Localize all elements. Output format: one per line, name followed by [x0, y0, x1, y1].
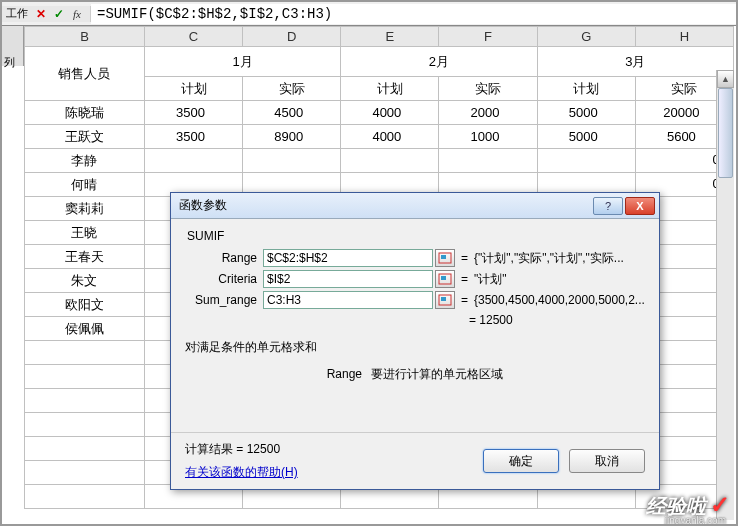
dialog-title: 函数参数 [179, 197, 227, 214]
month-cell[interactable]: 3月 [537, 47, 733, 77]
table-row: 王跃文 3500 8900 4000 1000 5000 5600 [25, 125, 734, 149]
dialog-close-button[interactable]: X [625, 197, 655, 215]
name-cell[interactable]: 窦莉莉 [25, 197, 145, 221]
param-row-criteria: Criteria = "计划" [185, 270, 645, 288]
scroll-up-icon[interactable]: ▲ [717, 70, 734, 88]
col-header[interactable]: F [439, 27, 537, 47]
param-preview: "计划" [474, 271, 645, 288]
col-header[interactable]: C [144, 27, 242, 47]
equals-sign: = [461, 251, 468, 265]
param-label: Sum_range [185, 293, 263, 307]
data-cell[interactable]: 2000 [439, 101, 537, 125]
data-cell[interactable]: 8900 [243, 125, 341, 149]
label-left: 工作 [6, 6, 28, 21]
col-header[interactable]: D [243, 27, 341, 47]
name-cell[interactable]: 侯佩佩 [25, 317, 145, 341]
fx-icon[interactable]: fx [69, 6, 85, 22]
dialog-body: SUMIF Range = {"计划","实际","计划","实际... Cri… [171, 219, 659, 391]
column-header-row: B C D E F G H [25, 27, 734, 47]
col-header[interactable]: E [341, 27, 439, 47]
name-cell[interactable]: 王春天 [25, 245, 145, 269]
param-preview: {"计划","实际","计划","实际... [474, 250, 645, 267]
function-arguments-dialog: 函数参数 ? X SUMIF Range = {"计划","实际","计划","… [170, 192, 660, 490]
dialog-title-buttons: ? X [593, 197, 655, 215]
plan-cell[interactable]: 计划 [341, 77, 439, 101]
range-input[interactable] [263, 249, 433, 267]
name-cell[interactable]: 王晓 [25, 221, 145, 245]
inline-result: = 12500 [469, 313, 645, 327]
param-description: Range 要进行计算的单元格区域 [185, 366, 645, 383]
name-cell[interactable]: 欧阳文 [25, 293, 145, 317]
range-selector-icon[interactable] [435, 270, 455, 288]
data-cell[interactable]: 3500 [144, 125, 242, 149]
function-description: 对满足条件的单元格求和 [185, 339, 645, 356]
function-name-label: SUMIF [187, 229, 645, 243]
month-cell[interactable]: 2月 [341, 47, 537, 77]
data-cell[interactable]: 4500 [243, 101, 341, 125]
col-header[interactable]: G [537, 27, 635, 47]
actual-cell[interactable]: 实际 [243, 77, 341, 101]
sumrange-input[interactable] [263, 291, 433, 309]
dialog-titlebar[interactable]: 函数参数 ? X [171, 193, 659, 219]
cancel-icon[interactable]: ✕ [33, 6, 49, 22]
watermark-url: jingyanla.com [665, 515, 726, 526]
cancel-button[interactable]: 取消 [569, 449, 645, 473]
param-desc-label: Range [327, 367, 362, 381]
left-panel-fragment: 列 [2, 26, 24, 66]
month-cell[interactable]: 1月 [144, 47, 340, 77]
svg-rect-1 [441, 255, 446, 259]
data-cell[interactable]: 5000 [537, 101, 635, 125]
name-cell[interactable]: 朱文 [25, 269, 145, 293]
param-row-sumrange: Sum_range = {3500,4500,4000,2000,5000,2.… [185, 291, 645, 309]
col-header[interactable]: H [635, 27, 733, 47]
scroll-thumb[interactable] [718, 88, 733, 178]
plan-cell[interactable]: 计划 [537, 77, 635, 101]
param-row-range: Range = {"计划","实际","计划","实际... [185, 249, 645, 267]
param-label: Range [185, 251, 263, 265]
formula-bar-controls: 工作 ✕ ✓ fx [2, 6, 91, 22]
formula-bar: 工作 ✕ ✓ fx [2, 2, 736, 26]
calc-result: 计算结果 = 12500 [185, 441, 298, 458]
formula-input[interactable] [91, 4, 736, 24]
sales-label-cell[interactable]: 销售人员 [25, 47, 145, 101]
table-row: 李静 [25, 149, 734, 173]
param-preview: {3500,4500,4000,2000,5000,2... [474, 293, 645, 307]
name-cell[interactable]: 何晴 [25, 173, 145, 197]
param-desc-text: 要进行计算的单元格区域 [371, 367, 503, 381]
equals-sign: = [461, 293, 468, 307]
actual-cell[interactable]: 实际 [439, 77, 537, 101]
dialog-help-button[interactable]: ? [593, 197, 623, 215]
data-cell[interactable]: 4000 [341, 125, 439, 149]
vertical-scrollbar[interactable]: ▲ [716, 70, 734, 520]
range-selector-icon[interactable] [435, 249, 455, 267]
data-cell[interactable]: 1000 [439, 125, 537, 149]
svg-rect-5 [441, 297, 446, 301]
name-cell[interactable]: 陈晓瑞 [25, 101, 145, 125]
data-cell[interactable]: 5000 [537, 125, 635, 149]
header-row-1: 销售人员 1月 2月 3月 [25, 47, 734, 77]
criteria-input[interactable] [263, 270, 433, 288]
ok-button[interactable]: 确定 [483, 449, 559, 473]
col-header[interactable]: B [25, 27, 145, 47]
name-cell[interactable]: 王跃文 [25, 125, 145, 149]
table-row: 陈晓瑞 3500 4500 4000 2000 5000 20000 [25, 101, 734, 125]
range-selector-icon[interactable] [435, 291, 455, 309]
data-cell[interactable]: 4000 [341, 101, 439, 125]
data-cell[interactable]: 3500 [144, 101, 242, 125]
name-cell[interactable]: 李静 [25, 149, 145, 173]
confirm-icon[interactable]: ✓ [51, 6, 67, 22]
equals-sign: = [461, 272, 468, 286]
plan-cell[interactable]: 计划 [144, 77, 242, 101]
function-help-link[interactable]: 有关该函数的帮助(H) [185, 464, 298, 481]
svg-rect-3 [441, 276, 446, 280]
param-label: Criteria [185, 272, 263, 286]
dialog-footer: 计算结果 = 12500 有关该函数的帮助(H) 确定 取消 [171, 432, 659, 489]
